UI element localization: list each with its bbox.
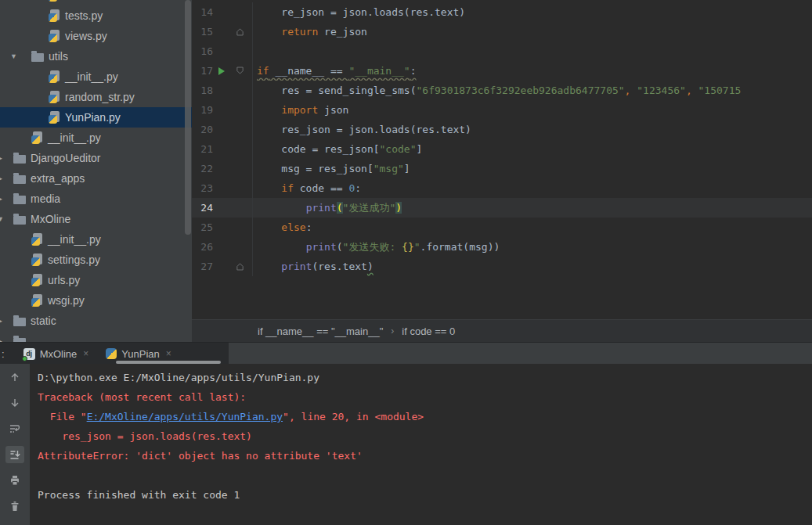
chevron-collapsed-icon[interactable]: ▶ (0, 154, 2, 162)
line-number[interactable]: 22 (192, 159, 213, 178)
code-line-21[interactable]: 21 code = res_json["code"] (192, 139, 812, 159)
code-text[interactable]: return re_json (252, 22, 812, 41)
tree-item-urls.py[interactable]: urls.py (0, 270, 192, 290)
code-line-18[interactable]: 18 res = send_single_sms("6f9301873c6f32… (192, 81, 812, 100)
code-text[interactable]: print("发送成功") (252, 198, 812, 218)
stacktrace-link[interactable]: E:/MxOline/apps/utils/YunPian.py (87, 411, 283, 423)
line-number[interactable]: 18 (192, 81, 213, 100)
code-line-16[interactable]: 16 (192, 41, 812, 61)
line-number[interactable]: 14 (192, 2, 213, 22)
tree-item-label: tests.py (65, 9, 103, 22)
code-text[interactable]: print("发送失败: {}".format(msg)) (252, 237, 812, 257)
console-text: res_json = json.loads(res.text) (38, 430, 252, 442)
code-line-19[interactable]: 19 import json (192, 100, 812, 120)
tree-item-tests.py[interactable]: tests.py (0, 5, 192, 26)
code-line-14[interactable]: 14 re_json = json.loads(res.text) (192, 2, 812, 22)
fold-marker-icon[interactable] (230, 61, 252, 81)
code-line-20[interactable]: 20 res_json = json.loads(res.text) (192, 120, 812, 139)
code-text[interactable]: msg = res_json["msg"] (252, 159, 812, 178)
tree-item-YunPian.py[interactable]: YunPian.py (0, 107, 192, 128)
clear-all-button[interactable] (5, 498, 24, 515)
code-text[interactable] (252, 41, 812, 61)
code-line-15[interactable]: 15 return re_json (192, 22, 812, 41)
line-number[interactable]: 21 (192, 139, 213, 159)
code-text[interactable]: if __name__ == "__main__": (252, 61, 812, 81)
console-output[interactable]: D:\python.exe E:/MxOline/apps/utils/YunP… (30, 364, 812, 525)
tree-item-views.py[interactable]: views.py (0, 26, 192, 46)
tree-item-extra_apps[interactable]: ▶extra_apps (0, 168, 192, 189)
breadcrumb-item-if-code[interactable]: if code == 0 (402, 325, 455, 337)
line-number[interactable]: 27 (192, 257, 213, 276)
code-text[interactable]: else: (252, 218, 812, 237)
fold-marker-icon[interactable] (230, 257, 252, 276)
tree-item-__init__.py[interactable]: __init__.py (0, 229, 192, 250)
chevron-expanded-icon[interactable]: ▼ (10, 52, 17, 60)
console-line: Traceback (most recent call last): (38, 387, 812, 407)
fold-gutter (230, 198, 252, 218)
chevron-collapsed-icon[interactable]: ▶ (0, 195, 2, 203)
code-text[interactable]: import json (252, 100, 812, 120)
close-icon[interactable]: × (166, 348, 171, 359)
code-text[interactable]: if code == 0: (252, 178, 812, 198)
code-editor[interactable]: 14 re_json = json.loads(res.text)15 retu… (192, 0, 812, 319)
tree-item-DjangoUeditor[interactable]: ▶DjangoUeditor (0, 148, 192, 168)
line-number[interactable]: 17 (192, 61, 213, 81)
breadcrumb-item-main[interactable]: if __name__ == "__main__" (258, 325, 383, 337)
tree-item-__init__.py[interactable]: __init__.py (0, 67, 192, 87)
chevron-collapsed-icon[interactable]: ▶ (0, 174, 2, 182)
code-line-27[interactable]: 27 print(res.text) (192, 257, 812, 276)
code-line-24[interactable]: 24 print("发送成功") (192, 198, 812, 218)
run-tab-mxoline[interactable]: dj MxOline × (17, 343, 96, 365)
code-text[interactable]: re_json = json.loads(res.text) (252, 2, 812, 22)
project-tree-scrollbar[interactable] (185, 0, 191, 235)
down-stacktrace-button[interactable] (5, 394, 24, 412)
tree-item-media[interactable]: ▶media (0, 189, 192, 209)
line-number[interactable]: 15 (192, 22, 213, 41)
console-text: AttributeError: 'dict' object has no att… (38, 450, 363, 462)
chevron-expanded-icon[interactable]: ▼ (0, 215, 4, 223)
code-line-17[interactable]: 17if __name__ == "__main__": (192, 61, 812, 81)
run-tab-label: YunPian (121, 348, 159, 360)
console-text: Traceback (most recent call last): (38, 391, 246, 403)
line-number[interactable]: 26 (192, 237, 213, 257)
chevron-collapsed-icon[interactable]: ▶ (0, 317, 2, 325)
tree-item-partial[interactable]: ▶ (0, 331, 192, 342)
code-line-25[interactable]: 25 else: (192, 218, 812, 237)
soft-wrap-button[interactable] (5, 420, 24, 437)
tree-item-settings.py[interactable]: settings.py (0, 250, 192, 270)
line-number[interactable]: 24 (192, 198, 213, 218)
code-text[interactable]: res_json = json.loads(res.text) (252, 120, 812, 139)
run-line-button[interactable] (213, 61, 230, 81)
run-gutter (213, 178, 230, 198)
tree-item-label: MxOline (31, 213, 70, 225)
fold-gutter (230, 41, 252, 61)
up-stacktrace-button[interactable] (5, 369, 24, 386)
tree-item-partial[interactable] (0, 0, 192, 5)
line-number[interactable]: 16 (192, 41, 213, 61)
code-text[interactable]: print(res.text) (252, 257, 812, 276)
code-text[interactable]: code = res_json["code"] (252, 139, 812, 159)
scroll-to-end-button[interactable] (5, 446, 24, 463)
code-line-26[interactable]: 26 print("发送失败: {}".format(msg)) (192, 237, 812, 257)
line-number[interactable]: 25 (192, 218, 213, 237)
close-icon[interactable]: × (83, 348, 88, 359)
tree-item-label: views.py (65, 30, 107, 42)
python-file-icon (31, 254, 42, 266)
code-line-22[interactable]: 22 msg = res_json["msg"] (192, 159, 812, 178)
print-button[interactable] (5, 472, 24, 489)
tree-item-utils[interactable]: ▼utils (0, 46, 192, 67)
tree-item-wsgi.py[interactable]: wsgi.py (0, 290, 192, 311)
tree-item-static[interactable]: ▶static (0, 311, 192, 331)
tree-item-MxOline[interactable]: ▼MxOline (0, 209, 192, 229)
line-number[interactable]: 20 (192, 120, 213, 139)
tree-item-random_str.py[interactable]: random_str.py (0, 87, 192, 107)
tree-item-label: urls.py (48, 274, 80, 286)
fold-marker-icon[interactable] (230, 22, 252, 41)
line-number[interactable]: 23 (192, 178, 213, 198)
tree-item-__init__.py[interactable]: __init__.py (0, 128, 192, 148)
run-arrow-icon[interactable] (218, 67, 225, 75)
code-text[interactable]: res = send_single_sms("6f9301873c6f3292e… (252, 81, 812, 100)
line-number[interactable]: 19 (192, 100, 213, 120)
tree-item-label: __init__.py (65, 70, 118, 83)
code-line-23[interactable]: 23 if code == 0: (192, 178, 812, 198)
